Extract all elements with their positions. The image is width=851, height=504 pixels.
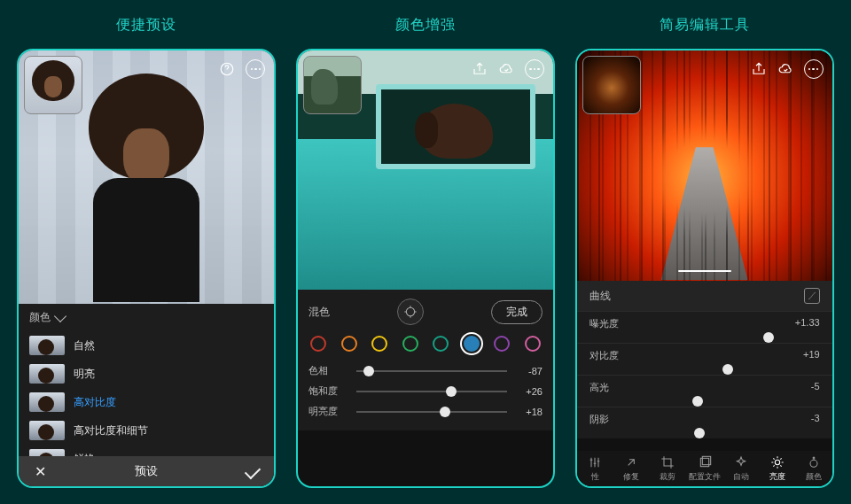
- curve-label: 曲线: [589, 289, 611, 304]
- swatch[interactable]: [310, 336, 326, 352]
- phone-edit: 曲线 曝光度+1.33 对比度+19 高光-5 阴影-3 性 修复: [575, 49, 834, 488]
- tool-adjust[interactable]: 性: [577, 451, 613, 486]
- svg-point-4: [775, 460, 779, 464]
- preset-list[interactable]: 自然 明亮 高对比度 高对比度和细节 鲜艳: [19, 331, 274, 462]
- curve-icon[interactable]: [804, 288, 820, 304]
- slider-luminance[interactable]: 明亮度 +18: [308, 401, 543, 422]
- slider-highlights[interactable]: 高光-5: [577, 375, 832, 407]
- main-photo[interactable]: [298, 50, 553, 290]
- bottom-bar: ✕ 预设: [19, 456, 274, 486]
- chevron-down-icon: [54, 310, 66, 322]
- category-label: 颜色: [29, 310, 51, 325]
- preset-item[interactable]: 明亮: [19, 360, 274, 388]
- column-edit: 简易编辑工具 曲线 曝光度+1.33 对比度+19: [572, 16, 838, 488]
- tool-crop[interactable]: 裁剪: [650, 451, 686, 486]
- cloud-sync-icon[interactable]: [777, 61, 793, 77]
- slider-shadows[interactable]: 阴影-3: [577, 407, 832, 438]
- slider-exposure[interactable]: 曝光度+1.33: [577, 311, 832, 343]
- crop-handle[interactable]: [678, 270, 731, 272]
- panel-title: 预设: [61, 463, 231, 479]
- more-icon[interactable]: [525, 59, 544, 79]
- original-thumbnail[interactable]: [24, 56, 82, 114]
- preset-item[interactable]: 高对比度: [19, 388, 274, 416]
- swatch[interactable]: [371, 336, 387, 352]
- swatch[interactable]: [341, 336, 357, 352]
- confirm-button[interactable]: [231, 463, 274, 479]
- help-icon[interactable]: [219, 61, 235, 77]
- share-icon[interactable]: [472, 61, 488, 77]
- target-picker-button[interactable]: [397, 299, 424, 325]
- more-icon[interactable]: [804, 59, 824, 79]
- tool-heal[interactable]: 修复: [613, 451, 650, 486]
- tool-light[interactable]: 亮度: [759, 451, 795, 486]
- column-color: 颜色增强 混色 完成: [293, 16, 558, 488]
- tool-color[interactable]: 颜色: [795, 451, 831, 486]
- preset-category[interactable]: 颜色: [19, 304, 274, 331]
- more-icon[interactable]: [246, 59, 265, 79]
- swatch[interactable]: [464, 336, 480, 352]
- cloud-sync-icon[interactable]: [498, 61, 514, 77]
- svg-rect-2: [700, 458, 708, 466]
- column-title: 便捷预设: [116, 16, 176, 35]
- preset-item[interactable]: 自然: [19, 331, 274, 360]
- tool-profiles[interactable]: 配置文件: [686, 451, 722, 486]
- swatch[interactable]: [402, 336, 418, 352]
- main-photo[interactable]: [577, 50, 832, 281]
- curve-row[interactable]: 曲线: [577, 281, 832, 311]
- presets-panel: 颜色 自然 明亮 高对比度 高对比度和细节 鲜艳: [19, 304, 274, 462]
- column-title: 简易编辑工具: [660, 16, 750, 35]
- phone-color: 混色 完成 色相 -87 饱和度: [296, 49, 555, 488]
- light-panel: 曲线 曝光度+1.33 对比度+19 高光-5 阴影-3: [577, 281, 832, 438]
- preset-item[interactable]: 高对比度和细节: [19, 416, 274, 445]
- slider-saturation[interactable]: 饱和度 +26: [308, 381, 543, 401]
- svg-rect-3: [702, 456, 710, 464]
- color-swatches: [308, 334, 543, 361]
- phone-presets: 颜色 自然 明亮 高对比度 高对比度和细节 鲜艳 ✕ 预设: [17, 49, 276, 488]
- swatch[interactable]: [494, 336, 510, 352]
- svg-point-5: [810, 460, 817, 467]
- swatch[interactable]: [433, 336, 449, 352]
- cancel-button[interactable]: ✕: [19, 463, 61, 480]
- done-button[interactable]: 完成: [491, 300, 543, 324]
- original-thumbnail[interactable]: [303, 56, 362, 114]
- main-photo[interactable]: [19, 50, 274, 304]
- color-panel: 混色 完成 色相 -87 饱和度: [298, 290, 553, 430]
- original-thumbnail[interactable]: [582, 56, 641, 114]
- mix-label: 混色: [308, 305, 330, 320]
- share-icon[interactable]: [751, 61, 767, 77]
- slider-hue[interactable]: 色相 -87: [308, 361, 543, 381]
- slider-contrast[interactable]: 对比度+19: [577, 343, 832, 375]
- swatch[interactable]: [525, 336, 541, 352]
- column-title: 颜色增强: [395, 16, 456, 35]
- edit-toolbar: 性 修复 裁剪 配置文件 自动 亮度 颜色: [577, 451, 832, 486]
- svg-point-1: [406, 307, 414, 315]
- tool-auto[interactable]: 自动: [722, 451, 759, 486]
- column-presets: 便捷预设 颜色 自然 明亮 高对比度 高对比度和细节 鲜艳: [13, 16, 279, 488]
